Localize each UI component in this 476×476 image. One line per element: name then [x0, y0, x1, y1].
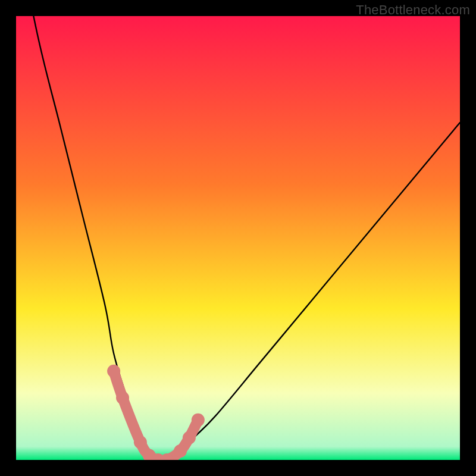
marker-dot	[107, 365, 120, 378]
bottleneck-curve	[16, 16, 460, 460]
marker-dot	[116, 392, 129, 405]
outer-frame: TheBottleneck.com	[0, 0, 476, 476]
marker-dot	[134, 436, 147, 449]
plot-area	[16, 16, 460, 460]
watermark-text: TheBottleneck.com	[356, 2, 470, 18]
marker-dot	[192, 414, 205, 427]
marker-dot	[174, 444, 187, 458]
marker-dot	[183, 431, 196, 444]
curve-layer	[16, 16, 460, 460]
highlight-markers	[114, 371, 198, 460]
